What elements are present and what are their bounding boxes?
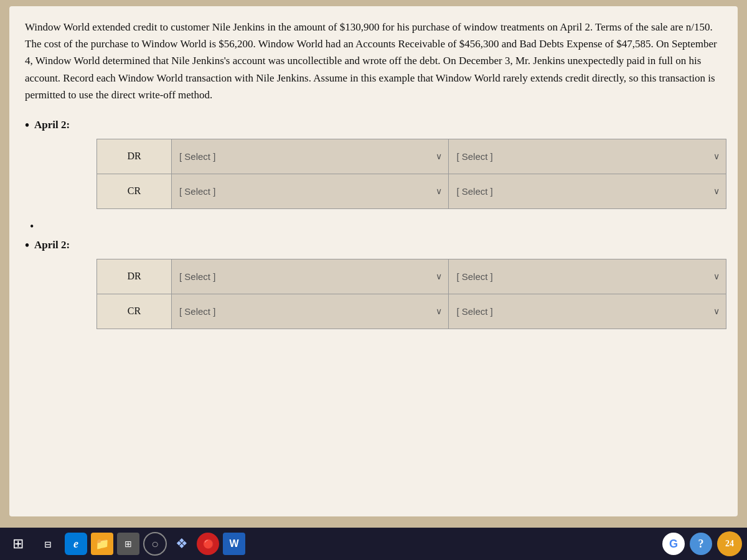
- section-2: • April 2: DR [ Select ]: [25, 238, 722, 329]
- taskbar: ⊞ ⊟ e 📁 ⊞ ○ ❖ 🔴 W G ? 24: [0, 528, 747, 560]
- select-wrapper-2a[interactable]: [ Select ]: [172, 259, 448, 294]
- taskbar-right: G ? 24: [662, 531, 742, 556]
- select-2a[interactable]: [ Select ]: [172, 259, 448, 294]
- select-cell-2d[interactable]: [ Select ]: [449, 294, 726, 329]
- windows-start-button[interactable]: ⊞: [5, 531, 31, 557]
- cr-label-2: CR: [97, 294, 172, 329]
- problem-text: Window World extended credit to customer…: [25, 19, 722, 103]
- question-mark-icon: ?: [698, 538, 704, 551]
- word-icon[interactable]: W: [223, 533, 245, 555]
- table-row: DR [ Select ] [ Select ]: [97, 139, 726, 174]
- cortana-button[interactable]: ○: [143, 532, 167, 556]
- table-row: CR [ Select ] [ Select ]: [97, 294, 726, 329]
- app-icon-red[interactable]: 🔴: [197, 533, 219, 555]
- inter-bullet: •: [30, 220, 722, 233]
- table-row: CR [ Select ] [ Select ]: [97, 174, 726, 208]
- select-cell-2c[interactable]: [ Select ]: [172, 294, 449, 329]
- task-view-button[interactable]: ⊟: [35, 531, 61, 557]
- select-cell-2b[interactable]: [ Select ]: [449, 259, 726, 294]
- section-1-label: • April 2:: [25, 118, 722, 133]
- select-wrapper-1d[interactable]: [ Select ]: [449, 174, 725, 208]
- select-2d[interactable]: [ Select ]: [449, 294, 725, 329]
- file-explorer-icon[interactable]: 📁: [91, 533, 113, 555]
- bullet-dot: •: [30, 220, 34, 233]
- collab-icon[interactable]: ❖: [171, 533, 193, 555]
- select-1d[interactable]: [ Select ]: [449, 174, 725, 208]
- table-row: DR [ Select ] [ Select ]: [97, 259, 726, 294]
- dr-label-2: DR: [97, 259, 172, 294]
- select-cell-1b[interactable]: [ Select ]: [449, 139, 726, 174]
- select-cell-2a[interactable]: [ Select ]: [172, 259, 449, 294]
- help-button[interactable]: ?: [690, 533, 712, 555]
- journal-table-1: DR [ Select ] [ Select ]: [96, 139, 726, 209]
- notification-icon: 24: [725, 539, 734, 549]
- select-wrapper-2c[interactable]: [ Select ]: [172, 294, 448, 329]
- edge-icon[interactable]: e: [65, 533, 87, 555]
- select-2c[interactable]: [ Select ]: [172, 294, 448, 329]
- select-cell-1d[interactable]: [ Select ]: [449, 174, 726, 208]
- select-cell-1c[interactable]: [ Select ]: [172, 174, 449, 208]
- google-chrome-icon[interactable]: G: [662, 533, 685, 555]
- journal-table-2: DR [ Select ] [ Select ]: [96, 259, 726, 329]
- dr-label-1: DR: [97, 139, 172, 174]
- select-cell-1a[interactable]: [ Select ]: [172, 139, 449, 174]
- select-1b[interactable]: [ Select ]: [449, 139, 725, 174]
- select-wrapper-1a[interactable]: [ Select ]: [172, 139, 448, 174]
- bullet-1: •: [25, 118, 29, 133]
- google-g: G: [669, 538, 678, 551]
- section-1-table: DR [ Select ] [ Select ]: [59, 139, 722, 209]
- section-2-label: • April 2:: [25, 238, 722, 253]
- main-content: Window World extended credit to customer…: [9, 6, 738, 516]
- cr-label-1: CR: [97, 174, 172, 208]
- notification-button[interactable]: 24: [717, 531, 742, 556]
- cortana-icon: ○: [151, 537, 159, 551]
- select-wrapper-1b[interactable]: [ Select ]: [449, 139, 725, 174]
- select-wrapper-2d[interactable]: [ Select ]: [449, 294, 725, 329]
- bullet-2: •: [25, 238, 29, 253]
- select-2b[interactable]: [ Select ]: [449, 259, 725, 294]
- select-wrapper-1c[interactable]: [ Select ]: [172, 174, 448, 208]
- select-1c[interactable]: [ Select ]: [172, 174, 448, 208]
- select-wrapper-2b[interactable]: [ Select ]: [449, 259, 725, 294]
- section-2-table: DR [ Select ] [ Select ]: [59, 259, 722, 329]
- section-1: • April 2: DR [ Select ]: [25, 118, 722, 209]
- select-1a[interactable]: [ Select ]: [172, 139, 448, 174]
- apps-grid-icon[interactable]: ⊞: [117, 533, 139, 555]
